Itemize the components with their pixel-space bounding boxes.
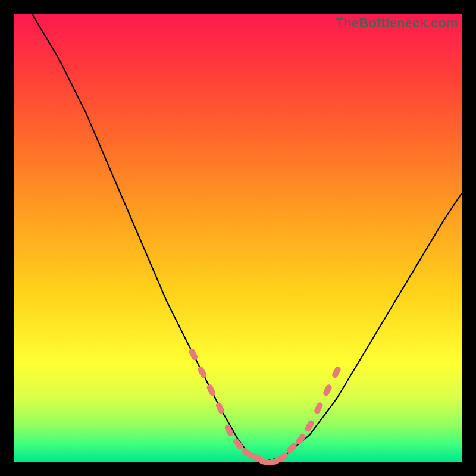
curve-marker [197,365,208,378]
right-curve [261,193,462,462]
curve-marker [322,384,333,397]
chart-frame: TheBottleneck.com [14,14,462,462]
curve-marker [188,347,199,361]
chart-svg [14,14,462,462]
watermark-text: TheBottleneck.com [336,15,458,31]
curve-marker [331,365,342,378]
curve-marker [215,402,225,415]
left-curve [32,14,261,462]
marker-group [188,347,342,466]
curve-marker [206,384,217,397]
curve-marker [232,437,244,450]
curve-marker [313,402,324,415]
